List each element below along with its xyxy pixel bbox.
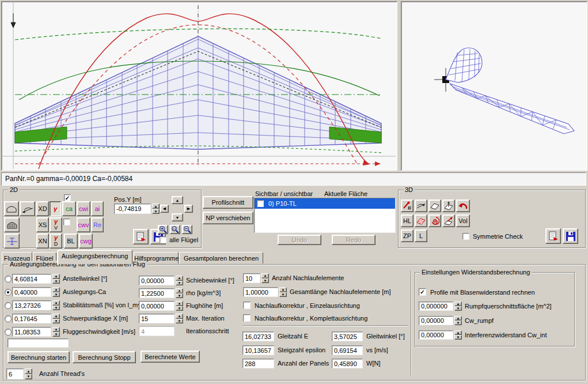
spin-down-icon[interactable]: ▼: [279, 292, 287, 298]
xn-button[interactable]: XN: [36, 234, 49, 249]
rumpfquerschnitt-input[interactable]: [419, 302, 453, 311]
ai-button[interactable]: ai: [91, 201, 104, 216]
ca-button[interactable]: ca: [62, 201, 76, 216]
cwv-button[interactable]: cwv: [77, 217, 90, 232]
radio-fluggeschwindigkeit[interactable]: [5, 329, 12, 336]
cwg-button[interactable]: cwg: [79, 234, 93, 249]
spin-up-icon[interactable]: ▲: [176, 301, 183, 306]
spin-up-icon[interactable]: ▲: [52, 314, 60, 319]
spin-down-icon[interactable]: ▼: [176, 319, 183, 324]
gamma-v-button[interactable]: γ V: [50, 217, 62, 232]
cw-int-input[interactable]: [419, 330, 453, 340]
spin-down-icon[interactable]: ▼: [25, 374, 32, 380]
nachlaufkorrektur-einzel-checkbox[interactable]: [243, 302, 251, 309]
spin-down-icon[interactable]: ▼: [176, 306, 183, 311]
xd-button[interactable]: XD: [36, 201, 49, 216]
berechnung-stopp-button[interactable]: Berechnung Stopp: [73, 351, 136, 363]
spin-down-icon[interactable]: ▼: [176, 281, 183, 286]
undo-button[interactable]: Undo: [278, 235, 321, 245]
spin-up-icon[interactable]: ▲: [279, 287, 287, 292]
wing-mesh-view-button[interactable]: [4, 217, 20, 232]
spin-up-icon[interactable]: ▲: [176, 288, 183, 293]
stabilitaetsmass-input[interactable]: [12, 300, 51, 310]
rho-input[interactable]: [139, 288, 174, 298]
spin-up-icon[interactable]: ▲: [454, 316, 462, 321]
airfoil-alpha-button[interactable]: [20, 201, 35, 216]
plot-2d-panel[interactable]: [1, 1, 397, 171]
plot-3d-panel[interactable]: [401, 1, 587, 171]
anstellwinkel-input[interactable]: [12, 274, 51, 284]
rotate-undo-button[interactable]: [456, 199, 470, 212]
gamma-v-checkbox[interactable]: [63, 219, 70, 225]
planform-view-button[interactable]: [4, 201, 19, 216]
hl-button[interactable]: HL: [401, 214, 414, 227]
spin-down-icon[interactable]: ▼: [454, 335, 462, 340]
zoom-in-button[interactable]: [158, 225, 168, 234]
zoom-out-button[interactable]: [182, 225, 192, 234]
radio-auslegungs-ca[interactable]: [5, 289, 12, 296]
save-3d-button[interactable]: [563, 228, 578, 244]
surface-visible-checkbox[interactable]: ✓: [257, 200, 264, 207]
alle-fluegel-checkbox[interactable]: [160, 236, 166, 243]
spin-up-icon[interactable]: ▲: [52, 327, 60, 332]
zp-button[interactable]: ZP: [401, 229, 414, 242]
spin-down-icon[interactable]: ▼: [52, 279, 60, 284]
radio-stabilitaetsmass[interactable]: [5, 302, 12, 309]
spin-down-icon[interactable]: ▼: [52, 319, 60, 324]
spin-up-icon[interactable]: ▲: [176, 276, 183, 281]
spin-down-icon[interactable]: ▼: [52, 306, 60, 311]
spin-down-icon[interactable]: ▼: [152, 209, 160, 214]
pan-down-button[interactable]: ▼: [172, 213, 183, 221]
spin-up-icon[interactable]: ▲: [454, 330, 462, 335]
symmetrie-check-checkbox[interactable]: [462, 233, 469, 240]
spin-up-icon[interactable]: ▲: [52, 300, 60, 306]
zoom-reset-button[interactable]: 1:1: [170, 225, 180, 234]
radio-schwerpunktlage[interactable]: [5, 315, 12, 322]
wake-length-input[interactable]: [243, 287, 278, 297]
nachlaufkorrektur-komplett-checkbox[interactable]: [243, 314, 251, 322]
spin-up-icon[interactable]: ▲: [261, 273, 269, 278]
berechnete-werte-button[interactable]: Berechnete Werte: [141, 351, 200, 363]
spin-up-icon[interactable]: ▲: [52, 274, 60, 279]
panel-view-button[interactable]: [428, 199, 441, 212]
berechnung-starten-button[interactable]: Berechnung starten: [7, 351, 70, 363]
max-iteration-input[interactable]: [139, 314, 174, 323]
auslegungs-ca-input[interactable]: [12, 287, 51, 297]
l-button[interactable]: L: [415, 229, 427, 242]
cwi-button[interactable]: cwi: [77, 201, 90, 216]
mesh-paint-button[interactable]: [401, 199, 414, 212]
spin-down-icon[interactable]: ▼: [454, 321, 462, 325]
alpha-flow-button[interactable]: [415, 199, 427, 212]
spin-up-icon[interactable]: ▲: [52, 287, 60, 292]
fluggeschwindigkeit-input[interactable]: [12, 327, 51, 337]
flughoehe-input[interactable]: [139, 301, 174, 311]
copy-plot-button[interactable]: [133, 229, 149, 244]
pan-right-button[interactable]: ▶: [184, 205, 193, 213]
panel-red-button[interactable]: [415, 214, 427, 227]
wake-count-input[interactable]: [243, 273, 260, 283]
panel-normal-button[interactable]: [442, 199, 455, 212]
spin-down-icon[interactable]: ▼: [454, 306, 462, 311]
spin-up-icon[interactable]: ▲: [176, 314, 183, 319]
profilschnitt-button[interactable]: Profilschnitt: [203, 196, 253, 209]
spin-down-icon[interactable]: ▼: [176, 293, 183, 299]
spin-up-icon[interactable]: ▲: [454, 302, 462, 306]
bl-button[interactable]: BL: [64, 234, 78, 249]
panel-arrow-button[interactable]: [442, 214, 455, 227]
spin-up-icon[interactable]: ▲: [152, 204, 160, 209]
spin-up-icon[interactable]: ▲: [25, 368, 32, 374]
pos-y-input[interactable]: [114, 204, 151, 214]
radio-anstellwinkel[interactable]: [5, 276, 12, 283]
redo-button[interactable]: Redo: [332, 235, 375, 245]
vortex-button[interactable]: [428, 214, 441, 227]
schiebewinkel-input[interactable]: [139, 276, 174, 285]
spin-down-icon[interactable]: ▼: [52, 292, 60, 298]
threads-input[interactable]: [6, 368, 24, 379]
pan-up-button[interactable]: ▲: [172, 196, 183, 204]
xs-button[interactable]: XS: [36, 217, 49, 232]
gamma-button[interactable]: γ: [50, 201, 61, 216]
spin-down-icon[interactable]: ▼: [261, 278, 269, 284]
front-view-button[interactable]: [4, 234, 20, 249]
gamma-d-button[interactable]: γ D: [50, 234, 62, 249]
surface-list-item[interactable]: ✓ 0) P10-TL: [255, 198, 395, 209]
